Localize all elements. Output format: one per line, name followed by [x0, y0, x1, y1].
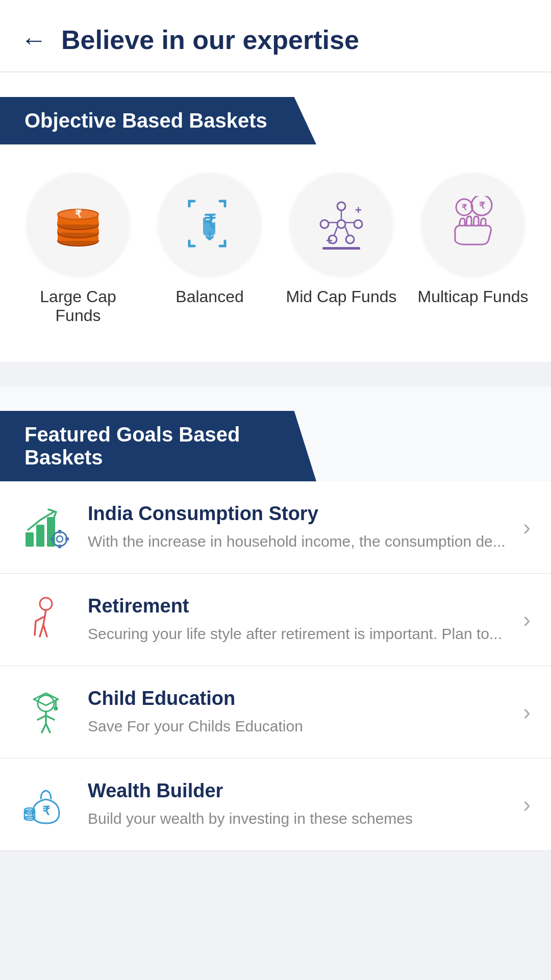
- india-consumption-svg: [23, 504, 69, 550]
- page-title: Believe in our expertise: [61, 24, 359, 55]
- basket-card-mid-cap[interactable]: + + Mid Cap Funds: [285, 173, 397, 325]
- india-consumption-chevron: ›: [523, 514, 531, 540]
- goal-item-wealth-builder[interactable]: ₹ Wealth Builder Build your wealth by in…: [0, 758, 551, 851]
- wealth-builder-chevron: ›: [523, 792, 531, 817]
- multicap-icon: ₹ ₹: [445, 196, 501, 252]
- svg-rect-41: [55, 699, 57, 707]
- wealth-builder-content: Wealth Builder Build your wealth by inve…: [88, 780, 513, 829]
- bottom-area: [0, 851, 551, 980]
- svg-line-20: [334, 227, 337, 235]
- featured-section: Featured Goals Based Baskets: [0, 386, 551, 851]
- objective-banner-text: Objective Based Baskets: [24, 109, 267, 132]
- svg-point-38: [40, 598, 52, 610]
- india-consumption-content: India Consumption Story With the increas…: [88, 503, 513, 552]
- goal-item-india-consumption[interactable]: India Consumption Story With the increas…: [0, 481, 551, 574]
- back-button[interactable]: ←: [20, 27, 47, 53]
- svg-line-21: [345, 227, 348, 235]
- child-education-chevron: ›: [523, 699, 531, 725]
- svg-point-14: [354, 220, 362, 228]
- wealth-builder-title: Wealth Builder: [88, 780, 513, 802]
- svg-point-13: [337, 220, 345, 228]
- basket-card-large-cap[interactable]: ₹ Large Cap Funds: [22, 173, 134, 325]
- basket-card-balanced[interactable]: ₹ Balanced: [154, 173, 266, 325]
- child-education-icon: [20, 687, 71, 738]
- svg-rect-24: [322, 247, 360, 250]
- multicap-label: Multicap Funds: [418, 287, 529, 306]
- svg-point-16: [346, 235, 354, 243]
- svg-rect-37: [65, 537, 69, 541]
- svg-rect-36: [51, 537, 54, 541]
- svg-rect-30: [36, 525, 44, 547]
- wealth-builder-icon: ₹: [20, 779, 71, 830]
- goal-item-child-education[interactable]: Child Education Save For your Childs Edu…: [0, 666, 551, 758]
- child-education-desc: Save For your Childs Education: [88, 716, 513, 737]
- svg-point-12: [320, 220, 329, 228]
- page-container: ← Believe in our expertise Objective Bas…: [0, 0, 551, 980]
- svg-rect-29: [26, 532, 34, 547]
- goal-list: India Consumption Story With the increas…: [0, 481, 551, 851]
- wealth-builder-desc: Build your wealth by investing in these …: [88, 808, 513, 829]
- featured-banner-text: Featured Goals Based Baskets: [24, 423, 240, 469]
- svg-text:+: +: [355, 204, 362, 216]
- mid-cap-icon: + +: [313, 196, 369, 252]
- goal-item-retirement[interactable]: Retirement Securing your life style afte…: [0, 574, 551, 666]
- retirement-icon: [20, 594, 71, 645]
- mid-cap-icon-circle: + +: [290, 173, 392, 275]
- svg-text:₹: ₹: [479, 201, 485, 211]
- featured-banner: Featured Goals Based Baskets: [0, 411, 316, 481]
- svg-rect-34: [58, 530, 61, 533]
- retirement-desc: Securing your life style after retiremen…: [88, 623, 513, 645]
- multicap-icon-circle: ₹ ₹: [422, 173, 524, 275]
- svg-point-42: [54, 706, 58, 710]
- svg-text:+: +: [326, 234, 333, 247]
- balanced-icon: ₹: [182, 196, 238, 252]
- india-consumption-title: India Consumption Story: [88, 503, 513, 525]
- large-cap-label: Large Cap Funds: [22, 287, 134, 325]
- retirement-chevron: ›: [523, 607, 531, 632]
- basket-cards-row: ₹ Large Cap Funds: [0, 144, 551, 337]
- svg-text:₹: ₹: [75, 208, 82, 219]
- retirement-svg: [26, 597, 66, 643]
- child-education-content: Child Education Save For your Childs Edu…: [88, 688, 513, 737]
- svg-point-33: [57, 536, 63, 542]
- svg-point-11: [337, 202, 345, 210]
- child-education-svg: [24, 689, 68, 735]
- balanced-icon-circle: ₹: [159, 173, 261, 275]
- retirement-title: Retirement: [88, 595, 513, 617]
- svg-rect-35: [58, 545, 61, 548]
- mid-cap-label: Mid Cap Funds: [286, 287, 397, 306]
- india-consumption-desc: With the increase in household income, t…: [88, 531, 513, 552]
- basket-card-multicap[interactable]: ₹ ₹ Multicap Funds: [417, 173, 529, 325]
- objective-banner: Objective Based Baskets: [0, 97, 316, 144]
- section-divider: [0, 362, 551, 386]
- svg-text:₹: ₹: [462, 203, 467, 212]
- balanced-label: Balanced: [176, 287, 243, 306]
- objective-section: Objective Based Baskets: [0, 72, 551, 362]
- large-cap-icon: ₹: [50, 196, 106, 252]
- child-education-title: Child Education: [88, 688, 513, 709]
- back-arrow-icon: ←: [20, 27, 47, 53]
- retirement-content: Retirement Securing your life style afte…: [88, 595, 513, 645]
- wealth-builder-svg: ₹: [23, 781, 68, 827]
- svg-text:₹: ₹: [42, 804, 51, 818]
- large-cap-icon-circle: ₹: [27, 173, 129, 275]
- india-consumption-icon: [20, 502, 71, 553]
- header: ← Believe in our expertise: [0, 0, 551, 72]
